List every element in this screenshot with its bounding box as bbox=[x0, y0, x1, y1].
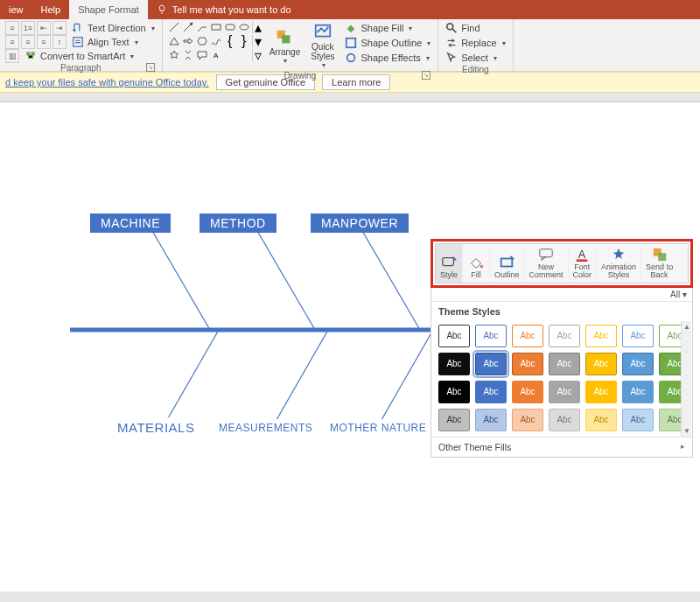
style-swatch[interactable]: Abc bbox=[475, 353, 507, 375]
style-swatch[interactable]: Abc bbox=[438, 353, 470, 375]
dialog-launcher-icon[interactable]: ↘ bbox=[422, 71, 430, 80]
shape-star-icon[interactable] bbox=[168, 49, 180, 61]
shape-line-icon[interactable] bbox=[168, 21, 180, 33]
replace-button[interactable]: Replace▾ bbox=[444, 36, 507, 50]
style-swatch[interactable]: Abc bbox=[585, 353, 617, 375]
style-swatch[interactable]: Abc bbox=[549, 381, 580, 403]
category-box-machine[interactable]: MACHINE bbox=[90, 214, 171, 233]
gallery-down-icon[interactable]: ▾ bbox=[252, 35, 264, 47]
align-center-icon[interactable]: ≡ bbox=[21, 35, 35, 49]
style-swatch[interactable]: Abc bbox=[549, 353, 580, 375]
shape-rect-icon[interactable] bbox=[210, 21, 222, 33]
style-swatch[interactable]: Abc bbox=[475, 325, 507, 347]
shape-hex-icon[interactable] bbox=[196, 35, 208, 47]
shape-lbrace-icon[interactable]: { bbox=[224, 35, 236, 47]
font_color-icon: A bbox=[573, 247, 591, 262]
style-swatch[interactable]: Abc bbox=[438, 409, 470, 431]
fill-button[interactable]: Fill bbox=[463, 244, 490, 283]
style-button[interactable]: Style bbox=[436, 244, 463, 283]
align-text-icon bbox=[72, 36, 84, 48]
shape-fill-button[interactable]: Shape Fill▾ bbox=[343, 21, 432, 35]
shape-outline-button[interactable]: Shape Outline▾ bbox=[343, 36, 432, 50]
columns-icons: ▥ bbox=[5, 49, 19, 63]
style-swatch[interactable]: Abc bbox=[512, 381, 543, 403]
category-box-mother-nature[interactable]: MOTHER NATURE bbox=[319, 419, 437, 437]
style-swatch[interactable]: Abc bbox=[438, 381, 470, 403]
category-box-method[interactable]: METHOD bbox=[200, 214, 276, 233]
style-swatch[interactable]: Abc bbox=[438, 325, 470, 347]
shape-darrow-icon[interactable] bbox=[182, 49, 194, 61]
shape-format-float: StyleFillOutlineNew CommentAFont ColorAn… bbox=[430, 239, 693, 458]
style-swatch[interactable]: Abc bbox=[622, 409, 654, 431]
group-label-drawing: Drawing ↘ bbox=[168, 71, 433, 81]
style-swatch[interactable]: Abc bbox=[622, 325, 654, 347]
align-left-icon[interactable]: ≡ bbox=[5, 35, 19, 49]
category-box-measurements[interactable]: MEASUREMENTS bbox=[208, 419, 323, 437]
style-swatch[interactable]: Abc bbox=[512, 409, 543, 431]
fill-icon bbox=[467, 255, 485, 270]
shape-rarrow-icon[interactable] bbox=[182, 35, 194, 47]
dialog-launcher-icon[interactable]: ↘ bbox=[146, 63, 155, 72]
align-text-button[interactable]: Align Text▾ bbox=[70, 35, 140, 49]
shapes-gallery[interactable]: ▴ { } ▾ A ▿ bbox=[168, 21, 264, 61]
style-swatch[interactable]: Abc bbox=[585, 325, 617, 347]
new_comment-button[interactable]: New Comment bbox=[525, 244, 569, 283]
shape-triangle-icon[interactable] bbox=[168, 35, 180, 47]
style-swatch[interactable]: Abc bbox=[512, 325, 543, 347]
anim_styles-button[interactable]: Animation Styles bbox=[597, 244, 641, 283]
style-swatch[interactable]: Abc bbox=[622, 381, 654, 403]
indent-dec-icon[interactable]: ⇤ bbox=[37, 21, 51, 35]
shape-roundrect-icon[interactable] bbox=[224, 21, 236, 33]
select-button[interactable]: Select▾ bbox=[444, 51, 507, 65]
style-pane: All ▾ Theme Styles AbcAbcAbcAbcAbcAbcAbc… bbox=[430, 288, 693, 458]
gallery-more-icon[interactable]: ▿ bbox=[252, 49, 264, 61]
tell-me-label: Tell me what you want to do bbox=[172, 4, 291, 15]
align-right-icon[interactable]: ≡ bbox=[37, 35, 51, 49]
shape-effects-button[interactable]: Shape Effects▾ bbox=[343, 51, 432, 65]
style-swatch[interactable]: Abc bbox=[475, 381, 507, 403]
svg-line-3 bbox=[170, 23, 178, 32]
style-swatch[interactable]: Abc bbox=[585, 409, 617, 431]
shape-scribble-icon[interactable] bbox=[210, 35, 222, 47]
group-paragraph: ≡ 1≡ ⇤ ⇥ Text Direction▾ ≡ ≡ ≡ ↕ bbox=[0, 19, 163, 71]
style-swatch[interactable]: Abc bbox=[475, 409, 507, 431]
numbering-icon[interactable]: 1≡ bbox=[21, 21, 35, 35]
category-box-manpower[interactable]: MANPOWER bbox=[311, 214, 409, 233]
tell-me-search[interactable]: Tell me what you want to do bbox=[148, 4, 300, 15]
style-swatch[interactable]: Abc bbox=[549, 409, 580, 431]
bullets-icon[interactable]: ≡ bbox=[5, 21, 19, 35]
svg-rect-29 bbox=[658, 253, 666, 261]
style-swatch[interactable]: Abc bbox=[549, 325, 580, 347]
send_back-button[interactable]: Send to Back bbox=[641, 244, 677, 283]
find-button[interactable]: Find bbox=[444, 21, 507, 35]
shape-arrow-icon[interactable] bbox=[182, 21, 194, 33]
shape-rbrace-icon[interactable]: } bbox=[238, 35, 250, 47]
scrollbar[interactable] bbox=[681, 321, 691, 437]
select-icon bbox=[445, 52, 458, 64]
outline-button[interactable]: Outline bbox=[490, 244, 525, 283]
quick-styles-button[interactable]: Quick Styles▾ bbox=[305, 21, 340, 71]
shape-callout-icon[interactable] bbox=[196, 49, 208, 61]
style-swatch[interactable]: Abc bbox=[622, 353, 654, 375]
tab-help[interactable]: Help bbox=[32, 0, 70, 19]
style-swatch[interactable]: Abc bbox=[585, 381, 617, 403]
indent-inc-icon[interactable]: ⇥ bbox=[52, 21, 66, 35]
svg-rect-2 bbox=[32, 52, 35, 55]
line-spacing-icon[interactable]: ↕ bbox=[52, 35, 66, 49]
columns-icon[interactable]: ▥ bbox=[5, 49, 19, 63]
gallery-up-icon[interactable]: ▴ bbox=[252, 21, 264, 33]
category-box-materials[interactable]: MATERIALS bbox=[107, 417, 205, 438]
style-swatch[interactable]: Abc bbox=[512, 353, 543, 375]
other-theme-fills[interactable]: Other Theme Fills▸ bbox=[431, 437, 692, 457]
svg-rect-11 bbox=[346, 38, 356, 48]
shape-oval-icon[interactable] bbox=[238, 21, 250, 33]
convert-smartart-button[interactable]: Convert to SmartArt▾ bbox=[23, 49, 136, 63]
tab-view[interactable]: iew bbox=[0, 0, 32, 19]
arrange-button[interactable]: Arrange▾ bbox=[264, 21, 306, 71]
all-dropdown[interactable]: All ▾ bbox=[431, 288, 692, 302]
font_color-button[interactable]: AFont Color bbox=[569, 244, 598, 283]
tab-shape-format[interactable]: Shape Format bbox=[69, 0, 148, 19]
text-direction-button[interactable]: Text Direction▾ bbox=[70, 21, 157, 35]
shape-text-icon[interactable]: A bbox=[210, 49, 222, 61]
shape-conn-line-icon[interactable] bbox=[196, 21, 208, 33]
